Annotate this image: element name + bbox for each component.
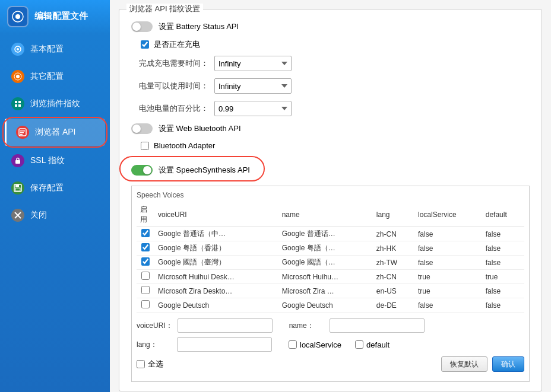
select-all-checkbox[interactable] [137,360,145,368]
sidebar-item-browser-api[interactable]: 浏览器 API [5,119,105,146]
lang-row: lang： localService default [137,337,524,352]
row-localservice: false [414,256,482,270]
restore-default-button[interactable]: 恢复默认 [441,356,487,372]
row-checkbox[interactable] [141,300,150,308]
default-checkbox[interactable] [355,340,363,349]
browser-api-icon [16,126,29,139]
svg-rect-8 [15,104,17,107]
row-checkbox-cell[interactable] [137,298,154,313]
action-row: 全选 恢复默认 确认 [137,356,524,372]
sidebar-item-close[interactable]: 关闭 [0,202,110,229]
speech-voices-section: Speech Voices 启用 voiceURI name lang loca… [131,186,530,382]
battery-level-select[interactable]: 0.99 0.5 0.1 1.0 [214,101,292,116]
speech-api-wrapper: 设置 SpeechSynthesis API [131,162,250,176]
row-name: Google 國語（… [278,256,373,270]
table-row: Google Deutsch Google Deutsch de-DE fals… [137,298,524,313]
row-default: false [482,256,524,270]
bluetooth-api-toggle[interactable] [131,123,153,134]
col-localservice: localService [414,203,482,227]
voiceuri-label: voiceURI： [137,321,173,331]
charge-time-select[interactable]: Infinity 0 1000 5000 [214,56,292,71]
col-voiceuri: voiceURI [154,203,278,227]
svg-point-3 [17,48,19,50]
speech-voices-title: Speech Voices [137,191,524,199]
row-localservice: false [414,241,482,256]
row-name: Microsoft Huihu… [278,270,373,284]
row-voiceuri: Google 普通话（中… [154,227,278,241]
sidebar-item-basic-config[interactable]: 基本配置 [0,36,110,63]
row-checkbox[interactable] [141,272,150,280]
col-name: name [278,203,373,227]
row-checkbox-cell[interactable] [137,227,154,241]
browser-plugin-icon [11,97,24,110]
row-checkbox[interactable] [141,229,150,237]
lang-label: lang： [137,340,172,350]
svg-rect-11 [20,130,25,132]
row-default: true [482,270,524,284]
svg-rect-14 [15,160,20,164]
row-checkbox-cell[interactable] [137,256,154,270]
charging-label: 是否正在充电 [154,39,200,50]
row-lang: zh-CN [373,227,414,241]
localservice-checkbox[interactable] [289,340,297,349]
table-row: Microsoft Huihui Desk… Microsoft Huihu… … [137,270,524,284]
lang-input[interactable] [177,337,272,352]
app-header: 编辑配置文件 [0,0,110,33]
select-all-row: 全选 [137,359,163,369]
sidebar-label-close: 关闭 [30,210,47,221]
battery-api-toggle[interactable] [131,21,153,32]
row-name: Google Deutsch [278,298,373,313]
row-checkbox-cell[interactable] [137,284,154,298]
row-localservice: true [414,270,482,284]
basic-config-icon [11,43,24,56]
svg-rect-7 [18,101,21,103]
sidebar-item-save[interactable]: 保存配置 [0,174,110,202]
voiceuri-row: voiceURI： name： [137,318,524,333]
row-lang: zh-TW [373,256,414,270]
row-checkbox-cell[interactable] [137,270,154,284]
bluetooth-adapter-row: Bluetooth Adapter [141,141,530,150]
sidebar-item-other-config[interactable]: 其它配置 [0,63,110,90]
app-logo [7,6,28,27]
charging-checkbox[interactable] [141,40,149,49]
row-checkbox-cell[interactable] [137,241,154,256]
row-name: Microsoft Zira … [278,284,373,298]
sidebar-item-browser-api-wrapper: 浏览器 API [5,119,105,146]
name-label: name： [289,321,325,331]
sidebar-item-ssl[interactable]: SSL 指纹 [0,147,110,174]
section-title: 浏览器 API 指纹设置 [126,4,203,14]
close-icon [11,209,24,222]
bluetooth-api-toggle-row: 设置 Web Bluetooth API [131,123,530,134]
row-default: false [482,241,524,256]
discharge-time-row: 电量可以使用时间： Infinity 0 1000 5000 [131,78,530,94]
default-row: default [355,340,390,349]
row-localservice: false [414,298,482,313]
speech-api-toggle[interactable] [131,165,153,176]
svg-rect-17 [15,188,20,191]
sidebar-label-basic: 基本配置 [30,44,64,55]
confirm-button[interactable]: 确认 [492,356,524,372]
row-voiceuri: Google Deutsch [154,298,278,313]
table-row: Google 粤語（香港） Google 粤語（… zh-HK false fa… [137,241,524,256]
sidebar-label-other: 其它配置 [30,71,64,82]
charging-row: 是否正在充电 [141,39,530,50]
ssl-icon [11,154,24,167]
browser-api-section: 浏览器 API 指纹设置 设置 Battery Status API 是否正在充… [119,9,542,391]
row-checkbox[interactable] [141,286,150,294]
svg-rect-9 [18,104,21,107]
table-row: Microsoft Zira Deskto… Microsoft Zira … … [137,284,524,298]
row-checkbox[interactable] [141,257,150,266]
voiceuri-input[interactable] [178,318,273,333]
bluetooth-api-label: 设置 Web Bluetooth API [159,123,241,134]
localservice-row: localService [289,340,341,349]
svg-point-1 [15,14,20,19]
discharge-time-select[interactable]: Infinity 0 1000 5000 [214,78,292,94]
speech-api-label: 设置 SpeechSynthesis API [159,165,250,176]
buttons-row: 恢复默认 确认 [441,356,524,372]
discharge-time-label: 电量可以使用时间： [131,81,208,91]
row-checkbox[interactable] [141,243,150,251]
bluetooth-adapter-checkbox[interactable] [141,142,149,150]
voices-table-header: 启用 voiceURI name lang localService defau… [137,203,524,227]
sidebar-item-browser-plugin[interactable]: 浏览插件指纹 [0,90,110,117]
name-input[interactable] [330,318,425,333]
